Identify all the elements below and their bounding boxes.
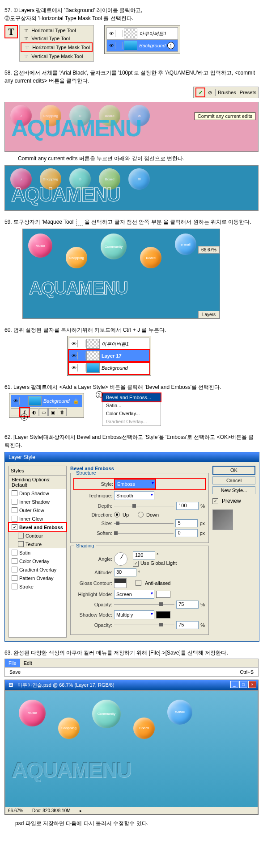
layers-panel-tab[interactable]: Layers xyxy=(198,311,220,318)
palette-icon[interactable] xyxy=(11,408,20,416)
save-menu-item[interactable]: Save Ctrl+S xyxy=(4,668,259,677)
checkbox[interactable] xyxy=(12,490,17,496)
style-texture[interactable]: Texture xyxy=(9,540,66,548)
angle-dial[interactable] xyxy=(114,552,127,566)
visibility-icon[interactable]: 👁 xyxy=(108,30,115,37)
checkbox[interactable] xyxy=(12,558,17,564)
style-bevel-emboss[interactable]: Bevel and Emboss xyxy=(9,523,66,531)
visibility-icon[interactable]: 👁 xyxy=(108,42,115,49)
style-select[interactable]: Emboss xyxy=(115,480,155,488)
technique-select[interactable]: Smooth xyxy=(114,491,154,500)
checkbox[interactable] xyxy=(12,584,17,589)
palette-icon[interactable]: ◐ xyxy=(30,408,38,416)
palette-icon[interactable]: 🗑 xyxy=(58,408,67,416)
hl-opacity-slider[interactable] xyxy=(114,604,174,605)
direction-up-radio[interactable] xyxy=(114,512,120,517)
soften-input[interactable]: 0 xyxy=(175,529,198,537)
menu-color-overlay[interactable]: Color Overlay... xyxy=(102,409,161,417)
style-inner-shadow[interactable]: Inner Shadow xyxy=(9,497,66,506)
layer-row-background[interactable]: 👁 Background 🔒 xyxy=(11,395,82,407)
minimize-icon[interactable]: _ xyxy=(230,681,238,688)
commit-icon[interactable]: ✓ xyxy=(195,88,205,97)
checkbox[interactable] xyxy=(12,550,17,555)
preview-checkbox[interactable] xyxy=(212,498,218,504)
close-icon[interactable]: × xyxy=(248,681,256,688)
blending-options[interactable]: Blending Options: Default xyxy=(9,476,66,489)
layer-row[interactable]: 👁 아쿠아버튼1 xyxy=(106,27,178,40)
angle-input[interactable]: 120 xyxy=(133,551,155,559)
layer-row-background[interactable]: 👁 Background 1 xyxy=(106,40,178,52)
add-layer-style-button[interactable]: ƒ1 xyxy=(20,408,29,416)
size-slider[interactable] xyxy=(114,523,174,524)
checkbox[interactable] xyxy=(18,533,24,538)
new-style-button[interactable]: New Style... xyxy=(212,486,255,494)
zoom-status[interactable]: 66.67% xyxy=(8,808,23,813)
style-gradient-overlay[interactable]: Gradient Overlay xyxy=(9,565,66,574)
horizontal-type-mask-tool[interactable]: THorizontal Type Mask Tool xyxy=(21,42,93,52)
highlight-mode-select[interactable]: Screen xyxy=(114,590,154,599)
direction-down-radio[interactable] xyxy=(138,512,144,517)
link-cell[interactable] xyxy=(21,397,27,405)
menu-gradient-overlay[interactable]: Gradient Overlay... xyxy=(102,417,161,426)
cancel-button[interactable]: Cancel xyxy=(212,476,255,484)
cancel-icon[interactable]: ⊘ xyxy=(206,90,213,96)
layer-row-background[interactable]: 👁 Background xyxy=(69,362,149,374)
gloss-contour-picker[interactable] xyxy=(114,578,127,588)
visibility-icon[interactable]: 👁 xyxy=(12,397,20,405)
menu-file[interactable]: File xyxy=(5,659,20,667)
global-light-checkbox[interactable] xyxy=(133,561,139,567)
status-arrow-icon[interactable]: ▸ xyxy=(80,808,82,813)
soften-slider[interactable] xyxy=(114,533,174,534)
style-inner-glow[interactable]: Inner Glow xyxy=(9,514,66,523)
style-color-overlay[interactable]: Color Overlay xyxy=(9,557,66,565)
visibility-icon[interactable]: 👁 xyxy=(70,352,78,359)
altitude-input[interactable]: 30 xyxy=(114,568,136,576)
visibility-icon[interactable]: 👁 xyxy=(70,364,78,371)
type-tool-main-icon[interactable]: T xyxy=(4,25,18,38)
checkbox[interactable] xyxy=(12,499,17,505)
depth-slider[interactable] xyxy=(114,506,174,506)
styles-header[interactable]: Styles xyxy=(9,466,66,476)
vertical-type-tool[interactable]: TVertical Type Tool xyxy=(21,34,93,42)
visibility-icon[interactable]: 👁 xyxy=(70,340,78,347)
link-cell[interactable] xyxy=(79,340,85,347)
menu-bevel-emboss[interactable]: Bevel and Emboss... xyxy=(102,393,161,401)
presets-tab[interactable]: Presets xyxy=(240,90,256,95)
checkbox[interactable] xyxy=(12,567,17,572)
style-outer-glow[interactable]: Outer Glow xyxy=(9,506,66,514)
checkbox[interactable] xyxy=(12,516,17,522)
checkbox[interactable] xyxy=(18,541,24,547)
style-drop-shadow[interactable]: Drop Shadow xyxy=(9,489,66,497)
style-stroke[interactable]: Stroke xyxy=(9,582,66,591)
horizontal-type-tool[interactable]: THorizontal Type Tool xyxy=(21,26,93,34)
depth-input[interactable]: 100 xyxy=(176,502,199,510)
highlight-color[interactable] xyxy=(156,591,170,598)
link-cell[interactable] xyxy=(116,42,123,49)
checkbox[interactable] xyxy=(12,524,17,530)
link-cell[interactable] xyxy=(79,352,85,359)
link-cell[interactable] xyxy=(79,364,85,371)
antialiased-checkbox[interactable] xyxy=(136,580,141,586)
brushes-tab[interactable]: Brushes xyxy=(218,90,236,95)
size-input[interactable]: 5 xyxy=(175,519,198,527)
layer-row-layer17[interactable]: 👁 Layer 17 xyxy=(69,350,149,362)
layer-row[interactable]: 👁 아쿠아버튼1 xyxy=(69,338,149,350)
palette-icon[interactable]: ▭ xyxy=(39,408,48,416)
vertical-type-mask-tool[interactable]: TVertical Type Mask Tool xyxy=(21,52,93,60)
ok-button[interactable]: OK xyxy=(212,466,255,475)
menu-edit[interactable]: Edit xyxy=(20,659,36,667)
sh-opacity-slider[interactable] xyxy=(114,625,174,625)
shadow-color[interactable] xyxy=(156,611,170,618)
checkbox[interactable] xyxy=(12,575,17,581)
checkbox[interactable] xyxy=(12,507,17,513)
hl-opacity-input[interactable]: 75 xyxy=(176,601,199,609)
sh-opacity-input[interactable]: 75 xyxy=(176,621,199,629)
link-cell[interactable] xyxy=(116,30,123,37)
maximize-icon[interactable]: □ xyxy=(239,681,247,688)
palette-icon[interactable]: ▣ xyxy=(48,408,57,416)
style-pattern-overlay[interactable]: Pattern Overlay xyxy=(9,574,66,582)
style-contour[interactable]: Contour xyxy=(9,531,66,540)
menu-satin[interactable]: Satin... xyxy=(102,401,161,409)
style-satin[interactable]: Satin xyxy=(9,548,66,557)
shadow-mode-select[interactable]: Multiply xyxy=(114,610,154,619)
